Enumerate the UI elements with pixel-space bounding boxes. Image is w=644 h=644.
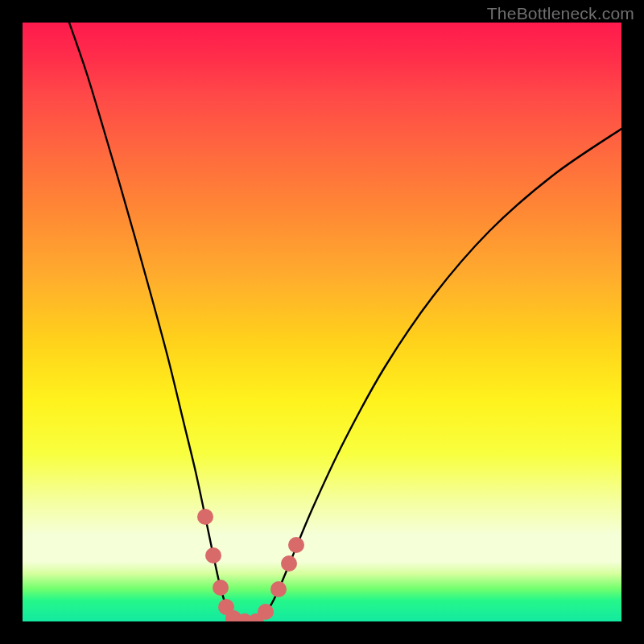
curve-layer — [23, 23, 621, 621]
marker-left-1 — [197, 509, 213, 525]
bottleneck-curve — [69, 23, 621, 621]
marker-right-2 — [270, 581, 287, 597]
curve-markers — [197, 509, 304, 621]
marker-left-3 — [213, 580, 229, 596]
marker-right-4 — [288, 537, 304, 553]
chart-stage: TheBottleneck.com — [0, 0, 644, 644]
plot-area — [23, 23, 621, 621]
site-watermark: TheBottleneck.com — [487, 4, 634, 23]
marker-right-3 — [281, 555, 297, 572]
marker-left-2 — [205, 547, 221, 564]
marker-right-1 — [258, 604, 274, 620]
